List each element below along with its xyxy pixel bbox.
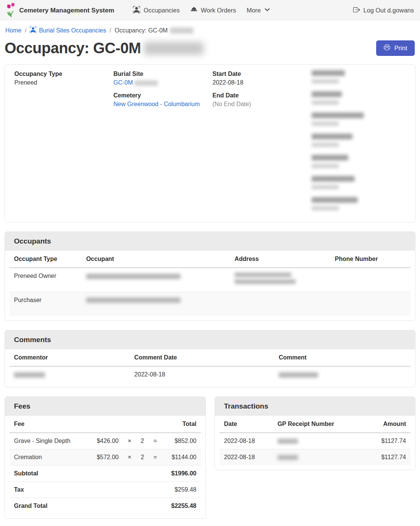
transactions-card: Transactions Date GP Receipt Number Amou… [215,396,415,470]
redacted-field [312,113,411,126]
fee-qty-cell: 2 [136,449,149,466]
fee-name-cell: Grave - Single Depth [9,433,88,449]
fees-card: Fees Fee Total Grave - Single Depth $426… [5,396,206,519]
brand: Cemetery Management System [6,2,114,19]
burial-site-link[interactable]: GC-0M [113,79,133,86]
redacted-text [170,28,193,34]
phone-cell [330,292,411,316]
redacted-field [312,134,411,147]
person-bounding-box-icon [30,26,36,34]
occupants-section-title: Occupants [5,232,415,251]
table-row: Purchaser [9,292,411,316]
table-row: Grave - Single Depth $426.00 × 2 = $852.… [9,433,201,449]
field-start-date: Start Date 2022-08-18 [213,70,312,86]
field-label: Start Date [213,70,312,77]
tulips-logo-icon [6,2,16,19]
table-row: Cremation $572.00 × 2 = $1144.00 [9,449,201,466]
nav-item-occupancies[interactable]: Occupancies [133,6,179,15]
occupants-card: Occupants Occupant Type Occupant Address… [5,231,415,321]
table-row: Preneed Owner [9,268,411,292]
details-col-2: Burial Site GC-0M Cemetery New Greenwood… [113,70,212,218]
breadcrumb-separator: / [25,27,26,34]
bottom-row: Fees Fee Total Grave - Single Depth $426… [5,396,415,519]
printer-icon [384,44,390,52]
redacted-field [312,197,411,210]
column-header: Occupant [82,251,230,268]
cemetery-link[interactable]: New Greenwood - Columbarium [113,101,200,107]
occupant-type-cell: Preneed Owner [9,268,82,292]
fee-name-cell: Cremation [9,449,88,466]
column-header: Date [219,416,273,433]
column-header: GP Receipt Number [273,416,357,433]
column-header: Comment Date [130,349,274,366]
address-cell [230,268,330,292]
column-header: Phone Number [330,251,411,268]
fees-section-title: Fees [5,397,205,416]
table-header-row: Date GP Receipt Number Amount [219,416,411,433]
column-header: Occupant Type [9,251,82,268]
tax-value: $259.48 [162,482,201,498]
details-col-4-redacted [312,70,411,218]
comment-date-cell: 2022-08-18 [130,366,274,383]
grand-total-label: Grand Total [9,498,88,514]
transactions-section-title: Transactions [215,397,415,416]
fees-table: Fee Total Grave - Single Depth $426.00 ×… [9,416,201,514]
details-col-1: Occupancy Type Preneed [14,70,113,218]
brand-title: Cemetery Management System [19,7,114,14]
top-navbar: Cemetery Management System Occupancies W… [0,0,420,21]
breadcrumb-occupancies-link[interactable]: Burial Sites Occupancies [30,26,106,34]
address-cell [230,292,330,316]
fee-qty-cell: 2 [136,433,149,449]
page-title: Occupancy: GC-0M [5,40,204,57]
transactions-table: Date GP Receipt Number Amount 2022-08-18… [219,416,411,465]
box-arrow-right-icon [353,6,360,15]
details-card: Occupancy Type Preneed Burial Site GC-0M… [5,64,415,222]
comments-card: Comments Commentor Comment Date Comment … [5,330,415,387]
fee-price-cell: $426.00 [88,433,123,449]
subtotal-value: $1996.00 [162,466,201,482]
redacted-text [144,42,204,55]
occupant-cell [82,292,230,316]
logout-button[interactable]: Log Out d.gowans [353,6,414,15]
redacted-text [134,80,158,86]
breadcrumb-separator: / [110,27,111,34]
nav-work-orders-label: Work Orders [201,7,236,14]
redacted-field [312,176,411,189]
column-header: Address [230,251,330,268]
field-burial-site: Burial Site GC-0M [113,70,212,86]
person-bounding-box-icon [133,6,140,15]
print-button[interactable]: Print [376,40,415,56]
breadcrumb-home-link[interactable]: Home [5,27,22,34]
comment-cell [274,366,411,383]
column-header: Commentor [9,349,130,366]
chevron-down-icon [264,7,270,14]
breadcrumb: Home / Burial Sites Occupancies / Occupa… [0,21,420,34]
table-header-row: Occupant Type Occupant Address Phone Num… [9,251,411,268]
field-value: 2022-08-18 [213,79,312,86]
occupants-table: Occupant Type Occupant Address Phone Num… [9,251,411,316]
field-value: (No End Date) [213,101,312,108]
table-row: 2022-08-18 $1127.74 [219,449,411,466]
field-label: Occupancy Type [14,70,113,77]
print-label: Print [394,45,407,52]
grand-total-row: Grand Total $2255.48 [9,498,201,514]
redacted-field [312,91,411,105]
nav-more-label: More [247,7,261,14]
amount-cell: $1127.74 [357,433,411,449]
tax-label: Tax [9,482,88,498]
table-row: 2022-08-18 [9,366,411,383]
grand-total-value: $2255.48 [162,498,201,514]
field-value: Preneed [14,79,113,86]
nav-item-more[interactable]: More [247,7,270,14]
nav-item-work-orders[interactable]: Work Orders [190,6,236,15]
fee-times-cell: × [123,449,136,466]
breadcrumb-occupancies-label: Burial Sites Occupancies [39,27,106,34]
column-header: Comment [274,349,411,366]
transaction-date-cell: 2022-08-18 [219,433,273,449]
field-end-date: End Date (No End Date) [213,92,312,108]
breadcrumb-current: Occupancy: GC-0M [114,27,193,34]
field-label: End Date [213,92,312,99]
table-header-row: Commentor Comment Date Comment [9,349,411,366]
table-row: 2022-08-18 $1127.74 [219,433,411,449]
redacted-field [312,155,411,168]
